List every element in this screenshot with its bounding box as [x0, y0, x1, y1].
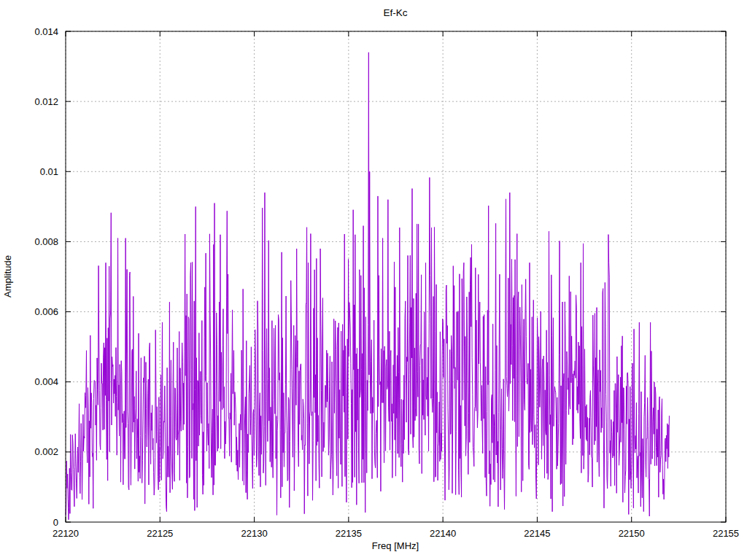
spectrum-trace — [66, 52, 669, 520]
x-axis-label: Freq [MHz] — [372, 540, 419, 551]
y-axis-label: Amplitude — [2, 255, 13, 298]
x-tick-label: 22145 — [524, 528, 550, 539]
x-tick-label: 22120 — [53, 528, 79, 539]
y-tick-label: 0.012 — [34, 96, 58, 107]
x-tick-label: 22130 — [241, 528, 267, 539]
spectrum-chart: 2212022125221302213522140221452215022155… — [0, 0, 747, 560]
y-tick-label: 0 — [53, 517, 58, 528]
chart-title: Ef-Kc — [383, 7, 407, 18]
y-tick-label: 0.002 — [34, 446, 58, 457]
x-tick-label: 22135 — [336, 528, 362, 539]
y-tick-label: 0.004 — [34, 376, 58, 387]
y-tick-label: 0.014 — [34, 26, 58, 37]
x-tick-label: 22125 — [147, 528, 173, 539]
chart-page: 2212022125221302213522140221452215022155… — [0, 0, 747, 560]
y-tick-label: 0.008 — [34, 236, 58, 247]
y-tick-label: 0.01 — [40, 166, 58, 177]
x-tick-label: 22140 — [430, 528, 456, 539]
y-tick-label: 0.006 — [34, 306, 58, 317]
x-tick-label: 22150 — [619, 528, 645, 539]
data-series — [66, 52, 669, 520]
x-tick-label: 22155 — [713, 528, 739, 539]
